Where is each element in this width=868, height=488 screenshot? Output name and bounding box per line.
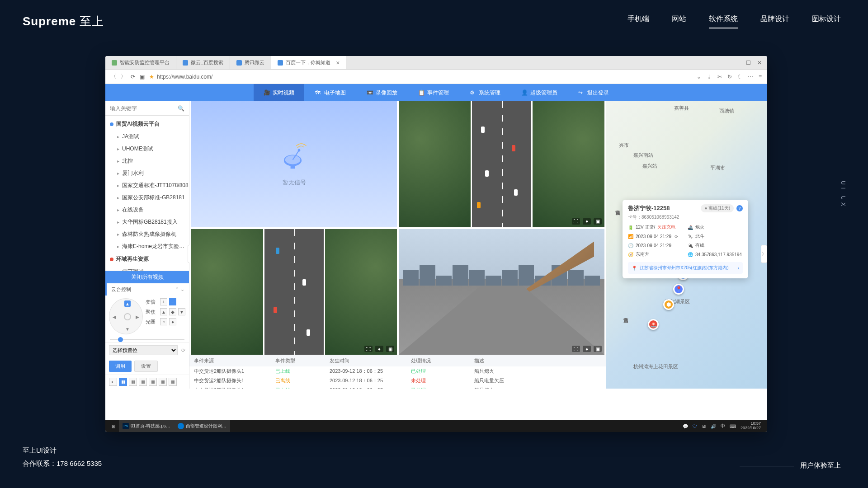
preset-refresh-icon[interactable]: ⟳ (181, 347, 185, 353)
nav-read-icon[interactable]: ▣ (140, 74, 145, 80)
set-preset-button[interactable]: 设置 (134, 361, 158, 372)
screenshot-icon[interactable]: ✂ (717, 74, 722, 80)
tray-wechat-icon[interactable]: 💬 (683, 424, 688, 429)
video-cell-2[interactable]: ⛶●▣ (399, 101, 604, 227)
map-marker-red[interactable]: 🚨 (648, 319, 659, 330)
more-icon[interactable]: ≡ (759, 74, 762, 80)
table-row[interactable]: 中交货运2船队摄像头1已离线2023-09-12 18：06：25未处理船只电量… (189, 376, 606, 385)
layout-1-button[interactable] (109, 378, 117, 386)
toolbar-item[interactable]: 👤超级管理员 (511, 84, 567, 101)
search-input[interactable] (110, 105, 178, 112)
tab-close-icon[interactable]: × (336, 59, 340, 66)
ptz-left-button[interactable]: ◀ (111, 314, 118, 320)
layout-6-button[interactable] (129, 378, 137, 386)
nav-forward-icon[interactable]: 〉 (121, 73, 126, 80)
favorite-icon[interactable]: ★ (149, 74, 154, 80)
popup-address[interactable]: 📍 江苏省徐州市邳州市X205(红旗路)(东方港内) › (628, 262, 743, 274)
toolbar-item[interactable]: 📋事件管理 (408, 84, 459, 101)
browser-tab[interactable]: 腾讯微云 (230, 56, 271, 69)
menu-icon[interactable]: ⋯ (748, 74, 753, 80)
nav-reload-icon[interactable]: ⟳ (131, 74, 135, 80)
ptz-up-button[interactable]: ▲ (124, 300, 131, 307)
toolbar-item[interactable]: 📼录像回放 (357, 84, 407, 101)
focus-far-button[interactable]: ▼ (178, 308, 185, 315)
window-min-button[interactable]: — (734, 60, 740, 66)
layout-8-button[interactable] (139, 378, 147, 386)
toolbar-item[interactable]: 🗺电子地图 (305, 84, 356, 101)
browser-tab[interactable]: 智能安防监控管理平台 (105, 56, 176, 69)
download-icon[interactable]: ⭳ (707, 74, 712, 80)
preset-select[interactable]: 选择预置位 (109, 345, 178, 355)
tree-item[interactable]: ▸北控 (105, 155, 189, 167)
record-icon[interactable]: ▣ (594, 218, 602, 225)
tree-item[interactable]: ▸UHOME测试 (105, 143, 189, 155)
map-panel[interactable]: 嘉善县西塘镇兴市嘉兴南站嘉兴站平湖市常台高速白塔山南北湖景区常台高速杭州湾海上花… (606, 101, 767, 389)
ptz-right-button[interactable]: ▶ (134, 314, 141, 320)
map-marker-pin[interactable]: 📍 (673, 284, 684, 295)
nav-back-icon[interactable]: 〈 (111, 73, 116, 80)
tray-ime-icon[interactable]: 中 (721, 423, 725, 429)
layout-more-button[interactable] (169, 378, 177, 386)
zoom-in-button[interactable]: + (160, 298, 167, 305)
toolbar-item[interactable]: ↪退出登录 (568, 84, 619, 101)
taskbar-app-1[interactable]: Ps01首页-科技感.ps… (119, 420, 174, 432)
outer-nav-item[interactable]: 图标设计 (812, 14, 841, 28)
close-all-button[interactable]: 关闭所有视频 (105, 271, 189, 283)
layout-4-button[interactable] (119, 378, 127, 386)
tree-item[interactable]: ▸雪亮测试 (105, 266, 189, 271)
iris-close-button[interactable]: ● (169, 318, 176, 325)
taskbar-clock[interactable]: 10:572022/10/27 (741, 422, 761, 431)
table-row[interactable]: 中交货运2船队摄像头1已上线2023-09-12 18：06：25已处理船只熄火 (189, 366, 606, 376)
toolbar-item[interactable]: ⚙系统管理 (460, 84, 510, 101)
browser-tab[interactable]: 百度一下，你就知道× (271, 56, 346, 69)
taskbar-app-2[interactable]: 西部管道设计图网… (174, 420, 230, 432)
tray-keyboard-icon[interactable]: ⌨ (730, 424, 736, 429)
tree-item[interactable]: ▸厦门水利 (105, 167, 189, 179)
zoom-out-button[interactable]: − (169, 298, 176, 305)
outer-nav-item[interactable]: 手机端 (627, 14, 649, 28)
record-icon[interactable]: ▣ (594, 346, 602, 352)
video-cell-4[interactable]: ⛶●▣ (399, 229, 604, 355)
tree-root-1[interactable]: 国贸AI视频云平台 (105, 117, 189, 131)
fullscreen-icon[interactable]: ⛶ (364, 346, 373, 352)
map-marker-orange[interactable]: ⬢ (663, 299, 674, 310)
fullscreen-icon[interactable]: ⛶ (572, 346, 580, 352)
record-icon[interactable]: ▣ (386, 346, 394, 352)
snapshot-icon[interactable]: ● (583, 346, 591, 352)
ptz-speed-slider[interactable] (110, 339, 184, 340)
layout-9-button[interactable] (149, 378, 157, 386)
url-text[interactable]: https://www.baidu.com/ (157, 74, 212, 80)
focus-near-button[interactable]: ▲ (160, 308, 167, 315)
window-close-button[interactable]: ✕ (757, 60, 762, 66)
fullscreen-icon[interactable]: ⛶ (572, 218, 580, 225)
outer-nav-item[interactable]: 软件系统 (709, 14, 738, 28)
tree-item[interactable]: ▸国家公安部标准-GB28181 (105, 192, 189, 204)
dropdown-icon[interactable]: ⌄ (697, 74, 701, 80)
browser-tab[interactable]: 微云_百度搜索 (176, 56, 230, 69)
outer-nav-item[interactable]: 品牌设计 (760, 14, 789, 28)
tree-root-2[interactable]: 环域再生资源 (105, 253, 189, 266)
tray-shield-icon[interactable]: 🛡 (693, 424, 697, 429)
tree-item[interactable]: ▸森林防火热成像摄像机 (105, 228, 189, 240)
toolbar-item[interactable]: 🎥实时视频 (254, 84, 304, 101)
start-button[interactable]: ⊞ (108, 420, 119, 432)
tray-network-icon[interactable]: 🖥 (702, 424, 706, 429)
theme-icon[interactable]: ☾ (737, 74, 742, 80)
video-cell-1[interactable]: 暂无信号 (191, 101, 397, 227)
search-icon[interactable]: 🔍 (178, 105, 184, 112)
snapshot-icon[interactable]: ● (583, 218, 591, 225)
outer-nav-item[interactable]: 网站 (672, 14, 686, 28)
refresh-icon[interactable]: ⟳ (674, 234, 679, 239)
tray-volume-icon[interactable]: 🔊 (711, 424, 716, 429)
tree-item[interactable]: ▸国家交通标准-JTT1078/808 (105, 179, 189, 192)
map-expand-button[interactable]: 》 (761, 245, 767, 263)
window-max-button[interactable]: ☐ (746, 60, 751, 66)
info-icon[interactable]: ? (736, 205, 743, 211)
tree-item[interactable]: ▸海康E-home龙岩市实验… (105, 240, 189, 253)
extension-icon[interactable]: ↻ (727, 74, 732, 80)
ptz-down-button[interactable]: ▼ (124, 326, 131, 332)
tree-item[interactable]: ▸在线设备 (105, 204, 189, 216)
ptz-collapse-icon[interactable]: ⌃ ⌄ (175, 286, 184, 292)
iris-open-button[interactable]: ○ (160, 318, 167, 325)
call-preset-button[interactable]: 调用 (109, 361, 132, 372)
